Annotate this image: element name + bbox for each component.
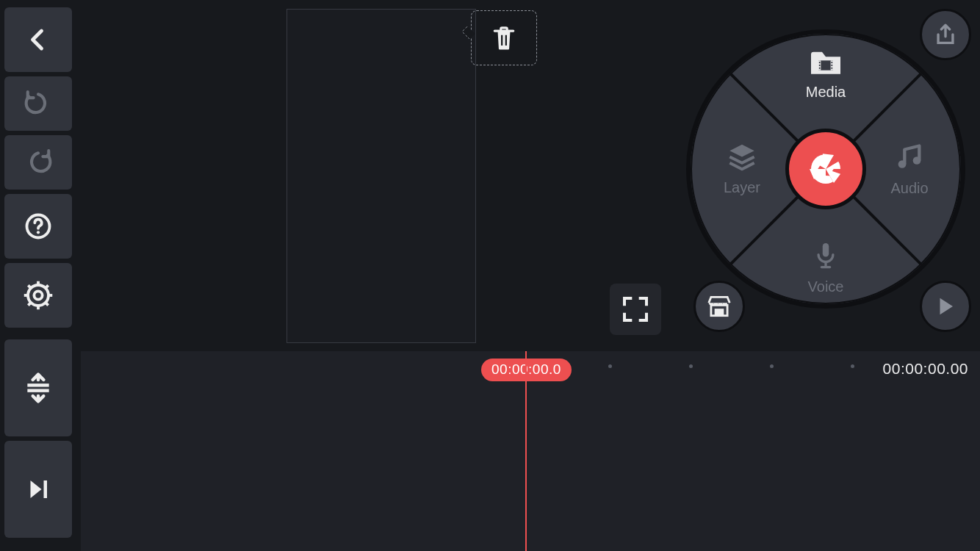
timeline-tick — [851, 364, 854, 368]
wheel-media-label: Media — [782, 84, 870, 101]
svg-line-9 — [28, 303, 31, 306]
svg-rect-27 — [832, 68, 833, 69]
preview-canvas[interactable] — [287, 9, 476, 343]
aperture-icon — [808, 151, 843, 187]
svg-rect-26 — [832, 65, 833, 66]
video-editor-app: Media Layer Audio — [0, 0, 980, 551]
film-folder-icon — [808, 47, 843, 76]
back-button[interactable] — [4, 7, 72, 72]
trash-icon — [491, 24, 516, 52]
microphone-icon — [813, 240, 838, 271]
svg-point-2 — [28, 285, 48, 306]
expand-tracks-button[interactable] — [4, 339, 72, 436]
chevron-left-icon — [25, 26, 51, 53]
svg-rect-18 — [715, 309, 724, 316]
total-duration: 00:00:00.00 — [883, 360, 968, 378]
gear-icon — [23, 280, 54, 311]
undo-button[interactable] — [4, 76, 72, 131]
wheel-layer-button[interactable]: Layer — [698, 143, 786, 196]
wheel-voice-button[interactable]: Voice — [782, 240, 870, 295]
svg-point-28 — [898, 160, 907, 168]
media-wheel: Media Layer Audio — [686, 29, 965, 309]
delete-clip-button[interactable] — [471, 10, 537, 65]
svg-rect-25 — [832, 62, 833, 63]
settings-button[interactable] — [4, 263, 72, 328]
timeline-tick — [608, 364, 612, 368]
wheel-capture-button[interactable] — [785, 129, 866, 209]
help-circle-icon — [24, 212, 53, 241]
undo-icon — [24, 90, 52, 118]
timeline-tick — [689, 364, 693, 368]
wheel-layer-label: Layer — [698, 179, 786, 196]
music-note-icon — [895, 142, 924, 173]
svg-rect-24 — [819, 68, 821, 69]
timeline-tick — [770, 364, 774, 368]
svg-point-11 — [34, 291, 42, 299]
left-sidebar — [4, 7, 72, 538]
svg-rect-30 — [823, 243, 829, 256]
fullscreen-icon — [621, 295, 650, 324]
wheel-media-button[interactable]: Media — [782, 47, 870, 101]
preview-stage: Media Layer Audio — [81, 0, 980, 351]
wheel-audio-button[interactable]: Audio — [865, 142, 954, 197]
svg-line-7 — [28, 285, 31, 288]
redo-button[interactable] — [4, 135, 72, 190]
playhead-line[interactable] — [525, 351, 527, 551]
wheel-audio-label: Audio — [865, 180, 954, 197]
fullscreen-button[interactable] — [610, 284, 661, 335]
skip-forward-icon — [25, 476, 51, 503]
svg-rect-22 — [819, 62, 821, 63]
layers-icon — [726, 143, 758, 172]
help-button[interactable] — [4, 194, 72, 259]
timeline[interactable]: 00:00:00.0 00:00:00.00 — [81, 351, 980, 551]
svg-line-8 — [46, 303, 48, 306]
redo-icon — [24, 148, 52, 176]
expand-vertical-icon — [22, 372, 54, 404]
svg-point-29 — [913, 156, 921, 165]
step-forward-button[interactable] — [4, 441, 72, 538]
svg-line-10 — [46, 285, 48, 288]
svg-point-1 — [37, 231, 40, 234]
svg-rect-23 — [819, 65, 821, 66]
svg-rect-14 — [44, 480, 48, 498]
wheel-voice-label: Voice — [782, 278, 870, 295]
